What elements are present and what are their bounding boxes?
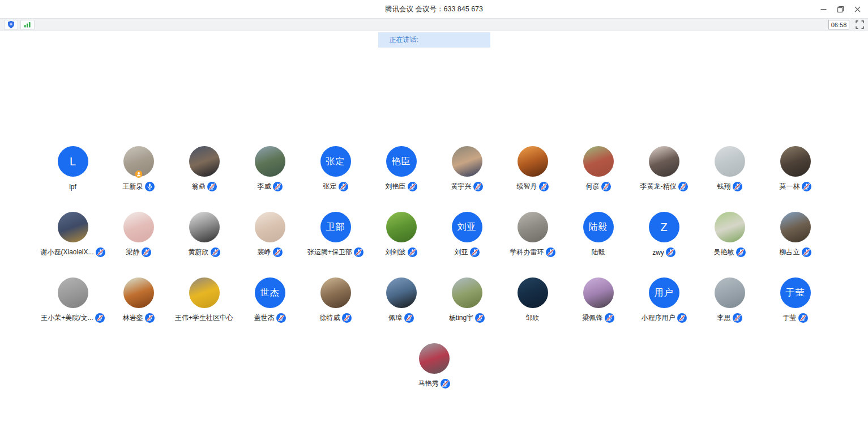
participant-cell[interactable]: 裴峥 (237, 212, 303, 257)
participant-photo-avatar (320, 277, 351, 308)
participant-name-row: 梁静 (126, 247, 151, 257)
participant-cell[interactable]: 刘剑波 (369, 212, 434, 257)
mic-muted-icon (96, 247, 105, 257)
participant-name-row: 梁佩锋 (583, 313, 614, 323)
mic-muted-icon (546, 247, 555, 257)
participant-cell[interactable]: 王新泉 (106, 146, 172, 191)
participant-name-row: 张运腾+保卫部 (307, 247, 364, 257)
participant-cell[interactable]: 莫一林 (763, 146, 828, 191)
participant-name-row: 谢小磊(XiaoleiX... (40, 247, 105, 257)
participant-cell[interactable]: 张定张定 (303, 146, 369, 191)
participant-photo-avatar (780, 212, 811, 242)
participant-cell[interactable]: 柳占立 (763, 212, 828, 257)
participant-cell[interactable]: 黄蔚欣 (172, 212, 237, 257)
participant-cell[interactable]: 学科办雷环 (500, 212, 566, 257)
participant-cell[interactable]: 陆毅陆毅 (566, 212, 631, 257)
participant-cell[interactable]: 钱翔 (697, 146, 763, 191)
participant-cell[interactable]: 王伟+学生社区中心 (172, 277, 237, 323)
participant-name-row: 林岩銮 (123, 313, 155, 323)
minimize-icon[interactable] (815, 0, 832, 18)
participant-cell[interactable]: 梁静 (106, 212, 172, 257)
participant-cell[interactable]: 续智丹 (500, 146, 566, 191)
participant-cell[interactable]: 何彦 (566, 146, 631, 191)
participant-cell[interactable]: 李黄龙-精仪 (631, 146, 697, 191)
participant-name-row: 邹欣 (526, 313, 540, 323)
participant-cell[interactable]: 佩璋 (369, 277, 434, 323)
participant-name-row: 刘亚 (455, 247, 480, 257)
participant-cell[interactable]: 翁鼎 (172, 146, 237, 191)
participant-photo-avatar (58, 277, 88, 308)
participant-cell[interactable]: 卫部张运腾+保卫部 (303, 212, 369, 257)
participant-initials-avatar: 世杰 (255, 277, 285, 308)
participant-cell[interactable]: 刘亚刘亚 (434, 212, 500, 257)
participant-cell[interactable]: 李思 (697, 277, 763, 323)
mic-muted-icon (441, 379, 450, 388)
participant-photo-avatar (649, 146, 679, 177)
participant-cell[interactable]: 吴艳敏 (697, 212, 763, 257)
mic-muted-icon (273, 182, 283, 191)
mic-muted-icon (473, 182, 483, 191)
participant-row: 马艳秀 (0, 343, 868, 388)
participant-name: 佩璋 (389, 313, 403, 323)
mic-muted-icon (276, 313, 286, 323)
participant-cell[interactable]: 于莹于莹 (763, 277, 828, 323)
participant-photo-avatar (123, 212, 154, 242)
participant-name-row: 何彦 (586, 182, 611, 191)
security-shield-icon[interactable] (4, 20, 18, 30)
participant-cell[interactable]: 王小茉+美院/文... (40, 277, 106, 323)
participant-name: 梁佩锋 (583, 313, 603, 323)
participant-cell[interactable]: 艳臣刘艳臣 (369, 146, 434, 191)
participant-name: 李威 (258, 182, 271, 191)
meeting-timer: 06:58 (828, 20, 849, 29)
participant-photo-avatar (518, 146, 548, 177)
participant-cell[interactable]: 梁佩锋 (566, 277, 631, 323)
participant-name-row: 李黄龙-精仪 (640, 182, 688, 191)
close-icon[interactable] (849, 0, 866, 18)
participant-name: 王新泉 (123, 182, 143, 191)
participant-cell[interactable]: 黄宇兴 (434, 146, 500, 191)
participant-photo-avatar (715, 277, 745, 308)
participant-cell[interactable]: 杨ting宇 (434, 277, 500, 323)
participant-row: Llpf 王新泉 翁鼎 李威 张定张定 (0, 146, 868, 191)
participant-cell[interactable]: 谢小磊(XiaoleiX... (40, 212, 106, 257)
participant-name: 张定 (323, 182, 337, 191)
participant-cell[interactable]: 用户小程序用户 (631, 277, 697, 323)
participant-cell[interactable]: 林岩銮 (106, 277, 172, 323)
network-signal-icon[interactable] (20, 20, 35, 30)
participant-cell[interactable]: Llpf (40, 146, 106, 191)
titlebar: 腾讯会议 会议号：633 845 673 (0, 0, 868, 18)
participant-photo-avatar (58, 212, 88, 242)
participant-initials-avatar: 陆毅 (583, 212, 614, 242)
participant-name-row: 莫一林 (780, 182, 811, 191)
mic-on-icon (145, 182, 155, 191)
participant-name-row: 小程序用户 (642, 313, 687, 323)
mic-muted-icon (404, 313, 414, 323)
fullscreen-icon[interactable] (856, 20, 864, 29)
participant-row: 谢小磊(XiaoleiX... 梁静 黄蔚欣 裴峥 (0, 212, 868, 257)
participant-initials-avatar: 卫部 (320, 212, 351, 242)
participant-photo-avatar (780, 146, 811, 177)
participant-cell[interactable]: 邹欣 (500, 277, 566, 323)
participant-photo-avatar (189, 146, 220, 177)
participant-name-row: 张定 (323, 182, 348, 191)
participant-name-row: 陆毅 (592, 247, 605, 257)
mic-muted-icon (354, 247, 364, 257)
participant-cell[interactable]: 马艳秀 (401, 343, 467, 388)
participant-photo-avatar (255, 146, 285, 177)
mic-muted-icon (211, 247, 220, 257)
participant-cell[interactable]: 徐特威 (303, 277, 369, 323)
participant-name: 徐特威 (320, 313, 340, 323)
participant-name-row: 黄蔚欣 (189, 247, 220, 257)
participant-name-row: 王新泉 (123, 182, 155, 191)
participant-cell[interactable]: Zzwy (631, 212, 697, 257)
participant-name: 钱翔 (717, 182, 731, 191)
participant-cell[interactable]: 世杰盖世杰 (237, 277, 303, 323)
participant-name: 梁静 (126, 247, 140, 257)
participant-name: 吴艳敏 (714, 247, 734, 257)
participant-name-row: 裴峥 (258, 247, 283, 257)
restore-icon[interactable] (832, 0, 849, 18)
participant-name-row: 刘艳臣 (386, 182, 417, 191)
participant-name-row: 李思 (717, 313, 742, 323)
speaking-banner: 正在讲话: (378, 32, 490, 48)
participant-cell[interactable]: 李威 (237, 146, 303, 191)
